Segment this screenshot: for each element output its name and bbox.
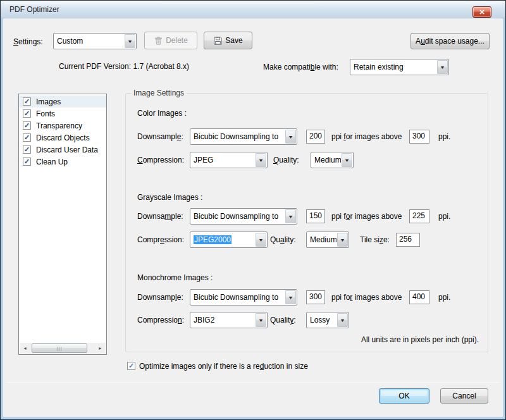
color-downsample-dropdown-value: Bicubic Downsampling to (190, 132, 285, 141)
image-settings-group: Image Settings Color Images : Downsample… (125, 93, 488, 352)
delete-button[interactable]: Delete (144, 32, 197, 49)
list-item-label: Fonts (36, 109, 55, 118)
grayscale-ppi-input[interactable]: 150 (306, 209, 325, 223)
chevron-down-icon[interactable]: ▼ (256, 233, 266, 247)
monochrome-images-heading: Monochrome Images : (137, 273, 213, 282)
chevron-down-icon[interactable]: ▼ (256, 313, 266, 327)
checkmark-icon: ✓ (128, 362, 134, 369)
chevron-down-icon[interactable]: ▼ (337, 233, 348, 247)
grayscale-downsample-dropdown-value: Bicubic Downsampling to (190, 212, 285, 221)
chevron-down-icon[interactable]: ▼ (337, 313, 348, 327)
scroll-left-button[interactable]: ◄ (20, 343, 30, 354)
chevron-down-icon[interactable]: ▼ (285, 290, 296, 304)
pdf-optimizer-dialog: PDF Optimizer ✕ Settings: Custom ▼ Delet… (0, 0, 506, 420)
trash-icon (154, 36, 163, 46)
current-pdf-version-text: Current PDF Version: 1.7 (Acrobat 8.x) (59, 62, 189, 71)
list-item-label: Images (36, 97, 61, 106)
grayscale-downsample-label: Downsample: (137, 212, 183, 221)
arrow-right-icon: ► (98, 346, 102, 350)
color-quality-dropdown-value: Medium (311, 156, 341, 164)
checkbox-discard-objects[interactable]: ✓ (23, 133, 31, 142)
chevron-down-icon[interactable]: ▼ (125, 34, 135, 48)
grayscale-compression-label: Compression: (137, 235, 184, 244)
close-icon: ✕ (479, 8, 484, 16)
cancel-button[interactable]: Cancel (440, 388, 488, 404)
chevron-down-icon[interactable]: ▼ (437, 60, 448, 74)
window-title: PDF Optimizer (9, 5, 59, 14)
make-compatible-label: Make compatible with: (263, 63, 338, 71)
chevron-down-icon[interactable]: ▼ (342, 153, 352, 167)
units-note: All units are in pixels per inch (ppi). (361, 335, 479, 344)
audit-space-usage-button[interactable]: Audit space usage... (410, 33, 490, 49)
list-item-transparency[interactable]: ✓ Transparency (19, 120, 106, 132)
settings-dropdown-value: Custom (54, 37, 124, 46)
list-item-discard-user-data[interactable]: ✓ Discard User Data (19, 144, 106, 156)
grayscale-between-label: ppi for images above (331, 212, 402, 221)
monochrome-ppi-input[interactable]: 300 (306, 290, 325, 304)
scroll-right-button[interactable]: ► (95, 343, 106, 354)
color-downsample-label: Downsample: (137, 132, 183, 141)
title-bar[interactable]: PDF Optimizer ✕ (1, 1, 505, 18)
grayscale-tile-size-label: Tile size: (360, 235, 390, 244)
color-images-heading: Color Images : (137, 109, 187, 118)
color-ppi-input[interactable]: 200 (306, 130, 325, 144)
color-between-label: ppi for images above (331, 132, 402, 141)
chevron-down-icon[interactable]: ▼ (285, 130, 296, 144)
checkbox-images[interactable]: ✓ (23, 97, 31, 106)
grayscale-compression-dropdown-value: JPEG2000 (190, 235, 255, 244)
color-compression-dropdown[interactable]: JPEG ▼ (190, 152, 268, 168)
save-icon (213, 36, 223, 46)
monochrome-downsample-dropdown[interactable]: Bicubic Downsampling to ▼ (190, 289, 297, 306)
save-button-label: Save (225, 36, 242, 45)
grip-icon: ||| (56, 345, 62, 351)
scrollbar-track[interactable]: ||| (30, 343, 95, 354)
optimizer-panels-list[interactable]: ✓ Images ✓ Fonts ✓ Transparency ✓ Discar… (18, 94, 107, 355)
grayscale-quality-dropdown[interactable]: Medium ▼ (306, 232, 349, 248)
color-downsample-dropdown[interactable]: Bicubic Downsampling to ▼ (190, 128, 297, 145)
monochrome-quality-dropdown-value: Lossy (307, 316, 336, 324)
audit-space-usage-label: Audit space usage... (416, 37, 484, 46)
grayscale-images-heading: Grayscale Images : (137, 193, 202, 202)
scrollbar-thumb[interactable]: ||| (32, 343, 87, 353)
selected-text: JPEG2000 (194, 235, 231, 244)
grayscale-compression-dropdown[interactable]: JPEG2000 ▼ (190, 232, 268, 248)
optimize-images-label: Optimize images only if there is a reduc… (139, 362, 308, 371)
grayscale-tile-size-input[interactable]: 256 (396, 233, 420, 247)
grayscale-downsample-dropdown[interactable]: Bicubic Downsampling to ▼ (190, 208, 297, 225)
monochrome-compression-dropdown[interactable]: JBIG2 ▼ (190, 312, 268, 328)
color-compression-dropdown-value: JPEG (190, 156, 255, 164)
monochrome-quality-label: Quality: (270, 316, 296, 324)
make-compatible-dropdown-value: Retain existing (350, 63, 436, 71)
list-item-clean-up[interactable]: ✓ Clean Up (19, 156, 106, 168)
monochrome-threshold-input[interactable]: 400 (409, 290, 429, 304)
chevron-down-icon[interactable]: ▼ (256, 153, 266, 167)
grayscale-quality-label: Quality: (270, 235, 296, 244)
list-item-discard-objects[interactable]: ✓ Discard Objects (19, 132, 106, 144)
checkmark-icon: ✓ (24, 134, 30, 141)
save-button[interactable]: Save (204, 32, 252, 49)
chevron-down-icon[interactable]: ▼ (285, 209, 296, 223)
checkbox-discard-user-data[interactable]: ✓ (23, 145, 31, 154)
ok-button[interactable]: OK (379, 388, 429, 404)
monochrome-between-label: ppi for images above (331, 293, 402, 302)
list-item-images[interactable]: ✓ Images (19, 96, 106, 108)
checkbox-fonts[interactable]: ✓ (23, 109, 31, 118)
make-compatible-dropdown[interactable]: Retain existing ▼ (350, 59, 449, 75)
checkbox-transparency[interactable]: ✓ (23, 121, 31, 130)
color-quality-label: Quality: (273, 156, 299, 164)
color-quality-dropdown[interactable]: Medium ▼ (311, 152, 354, 168)
monochrome-ppi-unit-label: ppi. (438, 293, 450, 302)
color-threshold-input[interactable]: 300 (409, 130, 429, 144)
list-item-fonts[interactable]: ✓ Fonts (19, 108, 106, 120)
checkbox-clean-up[interactable]: ✓ (23, 158, 31, 166)
settings-dropdown[interactable]: Custom ▼ (53, 33, 137, 49)
monochrome-quality-dropdown[interactable]: Lossy ▼ (306, 312, 349, 328)
checkmark-icon: ✓ (24, 122, 30, 129)
close-button[interactable]: ✕ (472, 6, 491, 18)
color-compression-label: Compression: (137, 156, 184, 164)
checkmark-icon: ✓ (24, 158, 30, 165)
horizontal-scrollbar[interactable]: ◄ ||| ► (20, 343, 106, 354)
grayscale-threshold-input[interactable]: 225 (409, 209, 429, 223)
image-settings-group-title: Image Settings (131, 89, 187, 97)
optimize-images-checkbox[interactable]: ✓ (127, 362, 135, 370)
